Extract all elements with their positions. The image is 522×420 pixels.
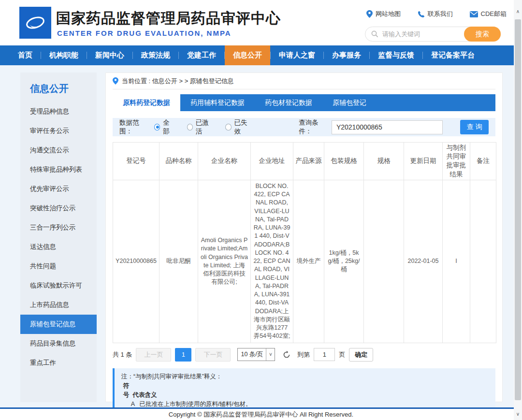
copyright-text: Copyright © 国家药品监督管理局药品审评中心 All Right Re…	[169, 410, 353, 419]
scroll-up-icon[interactable]: ∧	[514, 6, 522, 16]
cell-company-name: Amoli Organics Private Limited;Amoli Org…	[198, 180, 251, 343]
sidebar-item-marketed-drugs[interactable]: 上市药品信息	[20, 295, 97, 315]
cde-mail-label: CDE邮箱	[481, 10, 507, 18]
nav-item-home[interactable]: 首页	[10, 45, 41, 65]
nav-item-info-disclosure[interactable]: 信息公开	[225, 45, 270, 65]
cell-remark	[470, 180, 496, 343]
sidebar-item-accepted-varieties[interactable]: 受理品种信息	[20, 102, 97, 121]
pagination: 共 1 条 上一页 1 下一页 10 条/页 ˅ 到第 页 确定	[113, 348, 495, 362]
tab-raw-excipient-packaging-registration[interactable]: 原辅包登记	[322, 94, 377, 111]
notes-header: 符号 代表含义	[121, 381, 489, 400]
col-joint-review-result: 与制剂共同审批审批结果	[443, 143, 470, 180]
cell-product-source: 境外生产	[293, 180, 324, 343]
query-button[interactable]: 查 询	[460, 120, 489, 134]
scroll-down-icon[interactable]: ∨	[514, 408, 522, 419]
tab-bar: 原料药登记数据 药用辅料登记数据 药包材登记数据 原辅包登记	[113, 94, 495, 111]
sidebar-item-communication[interactable]: 沟通交流公示	[20, 141, 97, 160]
cell-packaging-spec: 1kg/桶，5kg/桶，25kg/桶	[324, 180, 364, 343]
sidebar-item-common-issues[interactable]: 共性问题	[20, 257, 97, 276]
goto-label: 到第	[297, 350, 310, 359]
radio-all-label: 全部	[163, 118, 174, 136]
sidebar-item-clinical-trial-license[interactable]: 临床试验默示许可	[20, 276, 97, 295]
col-update-date: 更新日期	[404, 143, 443, 180]
nav-item-services[interactable]: 办事服务	[324, 45, 369, 65]
sitemap-label: 网站地图	[376, 10, 401, 18]
col-spec: 规格	[364, 143, 404, 180]
search-button[interactable]: 搜索	[464, 27, 501, 42]
tab-excipient-registration-data[interactable]: 药用辅料登记数据	[180, 94, 255, 111]
page-unit-label: 页	[339, 350, 345, 359]
sitemap-link[interactable]: 网站地图	[366, 10, 401, 18]
col-variety-name: 品种名称	[160, 143, 198, 180]
sidebar-item-raw-excipient-packaging[interactable]: 原辅包登记信息	[20, 315, 97, 334]
nav-item-applicant-window[interactable]: 申请人之窗	[271, 45, 323, 65]
radio-activated[interactable]: 已激活	[187, 118, 213, 136]
main-content: 当前位置 : 信息公开 > > 原辅包登记信息 原料药登记数据 药用辅料登记数据…	[105, 72, 503, 402]
refresh-icon[interactable]	[283, 351, 290, 359]
sidebar-item-key-work[interactable]: 重点工作	[20, 353, 97, 373]
nav-item-supervision-feedback[interactable]: 监督与反馈	[370, 45, 422, 65]
cell-joint-review-result: I	[443, 180, 470, 343]
col-company-address: 企业地址	[251, 143, 293, 180]
contact-label: 联系我们	[428, 10, 453, 18]
sidebar-item-delivery-info[interactable]: 送达信息	[20, 237, 97, 257]
sidebar-item-drug-catalog[interactable]: 药品目录集信息	[20, 334, 97, 353]
footer: Copyright © 国家药品监督管理局药品审评中心 All Right Re…	[0, 407, 522, 420]
tab-packaging-registration-data[interactable]: 药包材登记数据	[255, 94, 322, 111]
sidebar-item-priority-review[interactable]: 优先审评公示	[20, 179, 97, 199]
radio-all[interactable]: 全部	[154, 118, 174, 136]
page-size-select[interactable]: 10 条/页 ˅	[237, 348, 275, 361]
page-number-1[interactable]: 1	[175, 348, 191, 362]
prev-page-button[interactable]: 上一页	[136, 348, 171, 362]
radio-activated-label: 已激活	[196, 118, 213, 136]
col-registration-no: 登记号	[113, 143, 160, 180]
col-product-source: 产品来源	[293, 143, 324, 180]
notes-header-meaning: 代表含义	[132, 391, 157, 398]
col-company-name: 企业名称	[198, 143, 251, 180]
radio-expired[interactable]: 已失效	[225, 118, 251, 136]
header-search: 搜索	[365, 27, 501, 42]
sidebar-item-three-in-one[interactable]: 三合一序列公示	[20, 218, 97, 237]
sidebar-item-review-tasks[interactable]: 审评任务公示	[20, 121, 97, 141]
scrollbar-thumb[interactable]	[515, 19, 521, 400]
col-packaging-spec: 包装规格	[324, 143, 364, 180]
nav-item-functions[interactable]: 机构职能	[41, 45, 87, 65]
cell-spec	[364, 180, 404, 343]
confirm-button[interactable]: 确定	[349, 348, 373, 362]
nav-item-policies[interactable]: 政策法规	[133, 45, 178, 65]
search-icon	[371, 30, 378, 38]
sidebar-item-breakthrough-therapy[interactable]: 突破性治疗公示	[20, 199, 97, 218]
phone-icon	[418, 11, 425, 18]
cell-update-date: 2022-01-05	[404, 180, 443, 343]
cde-mail-link[interactable]: CDE邮箱	[470, 10, 507, 18]
cell-variety-name: 吡非尼酮	[160, 180, 198, 343]
main-nav: 首页 机构职能 新闻中心 政策法规 党建工作 信息公开 申请人之窗 办事服务 监…	[0, 45, 514, 65]
query-input[interactable]	[332, 120, 443, 134]
radio-expired-label: 已失效	[234, 118, 251, 136]
site-subtitle: CENTER FOR DRUG EVALUATION, NMPA	[57, 29, 232, 37]
vertical-scrollbar[interactable]: ∧ ∨	[514, 0, 522, 420]
nav-item-news[interactable]: 新闻中心	[87, 45, 132, 65]
cell-registration-no: Y20210000865	[113, 180, 160, 343]
filter-bar: 数据范围： 全部 已激活 已失效 查询条件： 查 询	[113, 118, 495, 136]
tab-api-registration-data[interactable]: 原料药登记数据	[113, 94, 180, 111]
radio-all-circle[interactable]	[154, 124, 160, 130]
search-input[interactable]	[382, 30, 455, 38]
goto-page-input[interactable]	[314, 348, 335, 361]
next-page-button[interactable]: 下一页	[195, 348, 231, 362]
page-size-value: 10 条/页	[238, 350, 266, 359]
header-links: 网站地图 联系我们 CDE邮箱	[366, 10, 507, 18]
sidebar-item-special-approval[interactable]: 特殊审批品种列表	[20, 160, 97, 179]
radio-expired-circle[interactable]	[225, 124, 231, 130]
contact-link[interactable]: 联系我们	[418, 10, 453, 18]
nav-item-registration-platform[interactable]: 登记备案平台	[423, 45, 483, 65]
notes-title: 注：“与制剂共同审评审批结果”释义：	[121, 372, 489, 381]
query-label: 查询条件：	[299, 118, 329, 136]
notes-meaning-a: 已批准在上市制剂使用的原料/辅料/包材。	[139, 401, 251, 407]
radio-activated-circle[interactable]	[187, 124, 193, 130]
registration-table: 登记号 品种名称 企业名称 企业地址 产品来源 包装规格 规格 更新日期 与制剂…	[113, 142, 496, 343]
scope-label: 数据范围：	[119, 118, 149, 136]
nav-item-party-building[interactable]: 党建工作	[179, 45, 224, 65]
table-row: Y20210000865 吡非尼酮 Amoli Organics Private…	[113, 180, 496, 343]
notes-header-symbol: 符号	[121, 381, 131, 400]
